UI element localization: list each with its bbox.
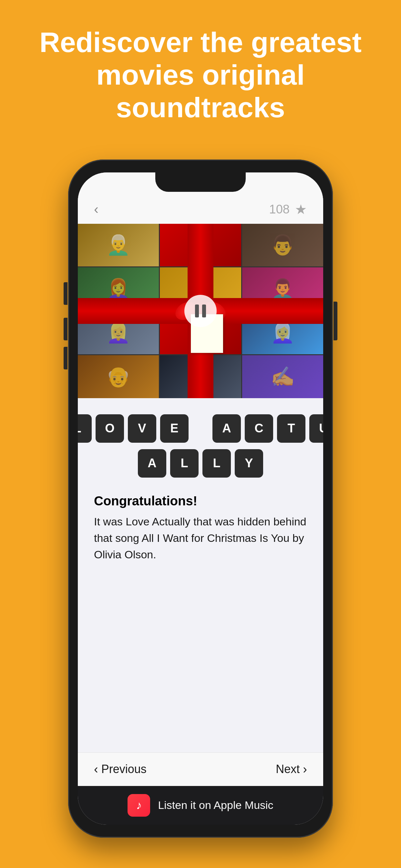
word-tiles-area: L O V E A C T U A L L Y xyxy=(78,398,323,484)
next-label: Next xyxy=(276,763,300,776)
tile-U: U xyxy=(309,414,323,443)
tile-L: L xyxy=(78,414,92,443)
poster-cell-3: 👨 xyxy=(242,224,323,267)
tile-A2: A xyxy=(138,449,166,477)
poster-cell-10: 👴 xyxy=(78,355,159,398)
pause-icon xyxy=(195,305,206,317)
poster-cell-1: 👨‍🦳 xyxy=(78,224,159,267)
phone-shell: ‹ 108 ★ 👨‍🦳 👩 👨 xyxy=(68,159,333,838)
tile-A: A xyxy=(212,414,241,443)
phone-screen: ‹ 108 ★ 👨‍🦳 👩 👨 xyxy=(78,173,323,825)
next-button[interactable]: Next › xyxy=(276,763,307,776)
previous-button[interactable]: ‹ Previous xyxy=(94,763,147,776)
page-title: Rediscover the greatest movies original … xyxy=(0,0,401,144)
congrats-title: Congratulations! xyxy=(94,494,307,508)
apple-music-label: Listen it on Apple Music xyxy=(158,799,273,811)
phone-notch xyxy=(155,173,246,192)
header-right: 108 ★ xyxy=(269,202,307,217)
music-note-icon: ♪ xyxy=(136,799,142,812)
score-display: 108 xyxy=(269,203,289,216)
tile-O: O xyxy=(96,414,124,443)
back-button[interactable]: ‹ xyxy=(94,202,98,217)
previous-label: Previous xyxy=(101,763,147,776)
star-icon[interactable]: ★ xyxy=(295,202,307,217)
pause-bar-left xyxy=(195,305,199,317)
tile-Y: Y xyxy=(235,449,263,477)
apple-music-icon: ♪ xyxy=(127,794,150,817)
movie-poster: 👨‍🦳 👩 👨 👩‍🦰 🎄 👨‍🦱 xyxy=(78,224,323,398)
tile-C: C xyxy=(245,414,273,443)
tile-T: T xyxy=(277,414,305,443)
phone-wrapper: ‹ 108 ★ 👨‍🦳 👩 👨 xyxy=(62,144,339,854)
tile-L2: L xyxy=(170,449,198,477)
tile-V: V xyxy=(128,414,156,443)
word-row-1: L O V E A C T U xyxy=(78,414,323,443)
pause-button[interactable] xyxy=(184,295,217,327)
navigation-bar: ‹ Previous Next › xyxy=(78,752,323,786)
tile-E: E xyxy=(160,414,189,443)
congrats-text: It was Love Actually that was hidden beh… xyxy=(94,514,307,563)
result-area: Congratulations! It was Love Actually th… xyxy=(78,484,323,752)
apple-music-bar[interactable]: ♪ Listen it on Apple Music xyxy=(78,786,323,825)
tile-L3: L xyxy=(203,449,231,477)
chevron-left-icon: ‹ xyxy=(94,763,98,776)
app-header: ‹ 108 ★ xyxy=(78,195,323,224)
chevron-right-icon: › xyxy=(303,763,307,776)
poster-cell-12: ✍️ xyxy=(242,355,323,398)
pause-bar-right xyxy=(202,305,206,317)
word-row-2: A L L Y xyxy=(138,449,263,477)
